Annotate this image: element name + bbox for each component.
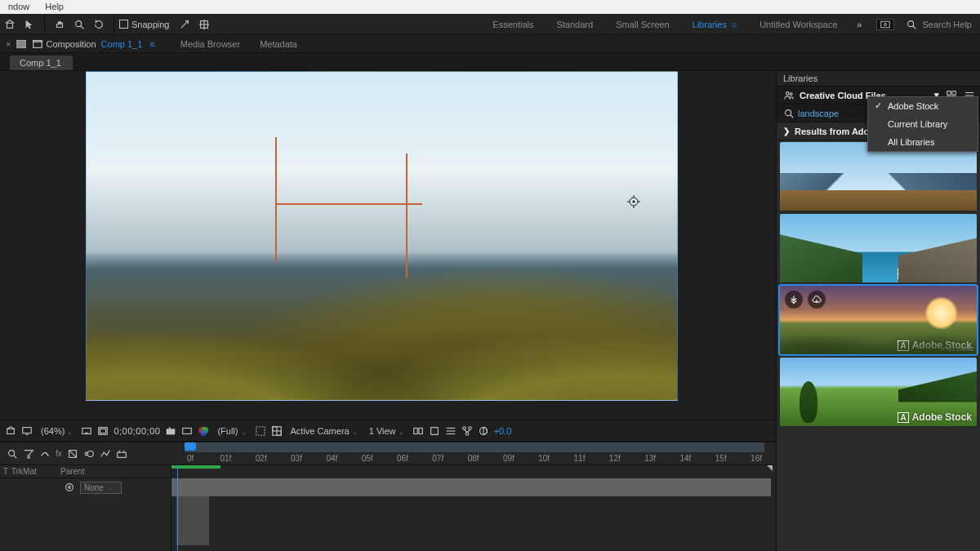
os-menu-help[interactable]: Help (38, 2, 70, 11)
ruler-tick: 10f (538, 454, 550, 464)
exposure-value[interactable]: +0.0 (494, 426, 512, 436)
hand-tool-icon[interactable] (51, 16, 68, 33)
comp-end-marker[interactable] (764, 465, 773, 477)
scope-current-library[interactable]: Current Library (868, 115, 978, 133)
tl-frame-blend-icon[interactable] (67, 448, 78, 460)
svg-rect-13 (17, 43, 26, 45)
zoom-dropdown[interactable]: (64%) ⌄ (38, 426, 76, 436)
svg-point-10 (908, 21, 914, 27)
resolution-dropdown[interactable]: (Full) ⌄ (214, 426, 249, 436)
workspace-untitled[interactable]: Untitled Workspace (748, 14, 849, 35)
layer-bar[interactable] (172, 478, 771, 496)
timeline-ruler[interactable]: 0f 01f 02f 03f 04f 05f 06f 07f 08f 09f 1… (185, 442, 769, 464)
timeline-icon[interactable] (445, 425, 457, 437)
download-preview-button[interactable] (808, 291, 826, 309)
zoom-tool-icon[interactable] (71, 16, 87, 33)
stock-thumb-selected[interactable]: AAdobe Stock #58118692 (780, 286, 977, 354)
safe-zones-icon[interactable] (97, 425, 109, 437)
parent-pickwhip-icon[interactable] (64, 482, 75, 493)
tl-brainstorm-icon[interactable] (116, 448, 127, 460)
svg-point-30 (170, 430, 173, 433)
anchor-point-icon (627, 195, 640, 208)
comp-name[interactable]: Comp 1_1 (101, 39, 143, 49)
close-panel-icon[interactable]: × (6, 39, 11, 49)
snapping-checkbox[interactable] (119, 20, 128, 29)
composition-viewer[interactable] (0, 71, 776, 420)
pixel-ar-icon[interactable] (412, 425, 424, 437)
tab-media-browser[interactable]: Media Browser (180, 39, 240, 49)
workspace-standard[interactable]: Standard (545, 14, 604, 35)
svg-rect-66 (947, 91, 951, 94)
workspace-menu-icon[interactable]: ≡ (732, 20, 737, 29)
rotate-tool-icon[interactable] (91, 16, 107, 33)
snapping-opt2-icon[interactable] (196, 16, 212, 33)
ruler-tick: 0f (187, 454, 194, 464)
composition-canvas[interactable] (86, 71, 678, 401)
res-down-icon[interactable] (81, 425, 92, 437)
libraries-title[interactable]: Libraries (777, 71, 980, 87)
search-layers-icon[interactable] (7, 448, 18, 460)
search-help-field[interactable]: Search Help (901, 19, 980, 30)
tl-fx-icon[interactable]: fx (56, 449, 62, 458)
ruler-tick: 07f (432, 454, 443, 464)
playhead-line[interactable] (177, 465, 178, 551)
selection-tool-icon[interactable] (21, 16, 38, 33)
search-help-placeholder: Search Help (922, 20, 972, 29)
svg-rect-28 (100, 429, 106, 433)
workspace-small-screen[interactable]: Small Screen (604, 14, 680, 35)
workspace-libraries[interactable]: Libraries ≡ (681, 14, 749, 35)
display-icon[interactable] (21, 425, 33, 437)
exposure-reset-icon[interactable] (478, 425, 489, 437)
snapshot-icon[interactable] (165, 425, 176, 437)
current-timecode[interactable]: 0;00;00;00 (114, 426, 160, 436)
snapping-opt1-icon[interactable] (176, 16, 193, 33)
ruler-tick: 08f (468, 454, 479, 464)
tl-motion-blur-icon[interactable] (83, 448, 95, 460)
stock-thumb[interactable]: AAdobe Stock (780, 358, 977, 426)
license-button[interactable] (785, 291, 803, 309)
tl-filter-icon[interactable] (23, 448, 34, 460)
svg-point-9 (884, 24, 887, 26)
fast-previews-icon[interactable] (429, 425, 440, 437)
tab-metadata[interactable]: Metadata (260, 39, 297, 49)
comp-dropdown-icon[interactable]: ≡ (149, 39, 154, 49)
svg-point-18 (633, 201, 635, 203)
show-snapshot-icon[interactable] (181, 425, 193, 437)
svg-line-49 (467, 429, 470, 433)
watermark: AAdobe Stock (898, 268, 972, 279)
scope-adobe-stock[interactable]: Adobe Stock (868, 97, 978, 115)
channels-icon[interactable] (198, 425, 209, 437)
ruler-tick: 03f (291, 454, 302, 464)
stock-thumb[interactable]: AAdobe Stock (780, 214, 977, 282)
tl-shy-icon[interactable] (39, 448, 51, 460)
tl-graph-icon[interactable] (100, 448, 111, 460)
workspace-overflow-icon[interactable]: » (849, 20, 870, 29)
svg-line-54 (69, 450, 76, 457)
camera-dropdown[interactable]: Active Camera ⌄ (287, 426, 361, 436)
people-icon (783, 90, 795, 101)
svg-line-52 (14, 455, 17, 458)
magnify-icon[interactable] (5, 425, 16, 437)
workspace-essentials[interactable]: Essentials (481, 14, 545, 35)
home-tool-icon[interactable] (2, 16, 18, 33)
parent-dropdown[interactable]: None⌄ (80, 482, 122, 494)
svg-rect-36 (256, 426, 265, 435)
transparency-grid-icon[interactable] (271, 425, 283, 437)
layer-range[interactable] (176, 496, 209, 545)
scope-all-libraries[interactable]: All Libraries (868, 133, 978, 151)
workarea-bar[interactable] (172, 465, 220, 469)
timeline-tracks[interactable] (172, 465, 776, 551)
views-dropdown[interactable]: 1 View ⌄ (366, 426, 408, 436)
playhead-icon[interactable] (185, 442, 196, 454)
ruler-tick: 05f (362, 454, 373, 464)
sync-settings-icon[interactable] (876, 19, 894, 30)
os-menu-window[interactable]: ndow (2, 2, 36, 11)
layer-row[interactable]: None⌄ (0, 478, 171, 496)
viewer-tab[interactable]: Comp 1_1 (10, 56, 73, 70)
flowchart-icon[interactable] (461, 425, 473, 437)
panel-menu-icon[interactable] (16, 38, 27, 50)
svg-line-48 (464, 429, 467, 433)
stock-thumb[interactable]: AAdobe Stock #99167308 (780, 142, 977, 211)
svg-rect-32 (183, 428, 192, 433)
roi-icon[interactable] (255, 425, 266, 437)
